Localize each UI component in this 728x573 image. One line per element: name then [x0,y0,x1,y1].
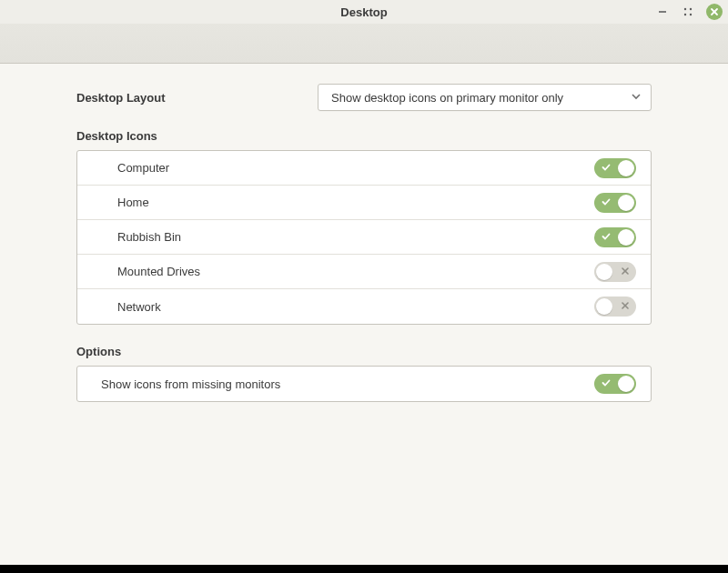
x-icon [622,302,629,311]
svg-point-4 [690,14,692,15]
toggle-network[interactable] [594,297,636,317]
chevron-down-icon [631,91,642,105]
toggle-knob [596,264,612,280]
maximize-button[interactable] [681,5,695,19]
toggle-computer[interactable] [594,158,636,178]
list-item-label: Rubbish Bin [117,230,181,244]
list-item: Show icons from missing monitors [77,367,651,401]
toggle-knob [618,160,634,176]
svg-point-1 [684,8,686,10]
toggle-rubbish-bin[interactable] [594,227,636,247]
options-panel: Show icons from missing monitors [76,366,652,402]
titlebar: Desktop [0,0,728,24]
toggle-show-icons-from-missing-monitors[interactable] [594,374,636,394]
window-title: Desktop [0,5,728,19]
check-icon [602,163,611,174]
toolbar [0,24,728,64]
toggle-knob [596,298,612,315]
toggle-mounted-drives[interactable] [594,262,636,282]
list-item-label: Home [117,196,149,209]
window-controls [655,0,723,24]
list-item: Mounted Drives [77,255,651,289]
toggle-home[interactable] [594,193,636,213]
desktop-layout-value: Show desktop icons on primary monitor on… [331,91,563,105]
close-button[interactable] [706,4,723,20]
list-item-label: Show icons from missing monitors [101,377,280,391]
minimize-button[interactable] [655,5,670,19]
desktop-icons-heading: Desktop Icons [76,129,652,143]
toggle-knob [618,376,634,392]
options-heading: Options [76,345,652,358]
desktop-layout-row: Desktop Layout Show desktop icons on pri… [76,84,652,111]
desktop-layout-label: Desktop Layout [76,91,318,105]
svg-point-2 [690,8,692,10]
x-icon [622,267,629,276]
content-area: Desktop Layout Show desktop icons on pri… [0,64,728,565]
list-item-label: Network [117,300,161,314]
check-icon [602,232,611,243]
list-item-label: Mounted Drives [117,265,200,278]
toggle-knob [618,195,634,211]
list-item: Home [77,186,651,220]
list-item: Rubbish Bin [77,220,651,255]
check-icon [602,197,611,208]
desktop-layout-select[interactable]: Show desktop icons on primary monitor on… [318,84,652,111]
list-item: Network [77,289,651,324]
list-item-label: Computer [117,161,169,175]
desktop-settings-window: Desktop Deskto [0,0,728,565]
list-item: Computer [77,151,651,186]
check-icon [602,378,611,389]
toggle-knob [618,229,634,246]
svg-point-3 [684,14,686,15]
desktop-icons-panel: ComputerHomeRubbish BinMounted DrivesNet… [76,150,652,325]
